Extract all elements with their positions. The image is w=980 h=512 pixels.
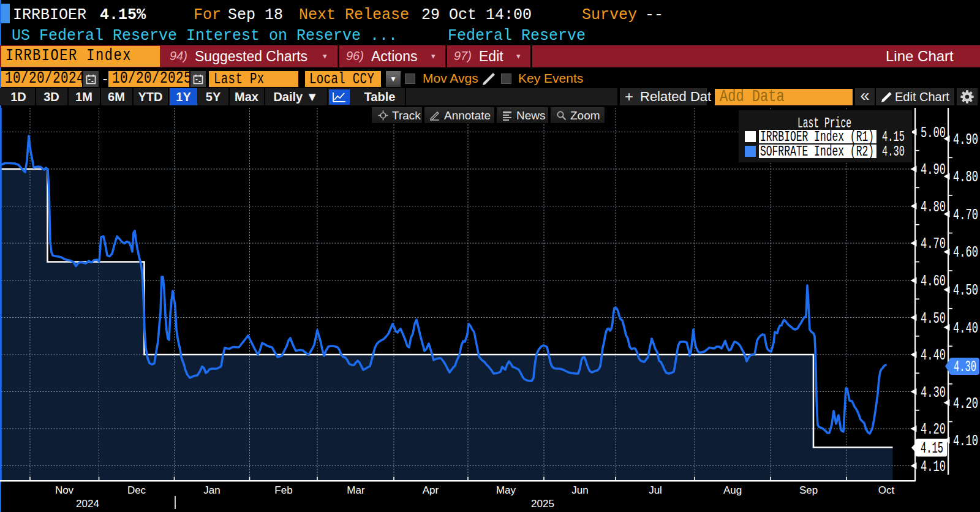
svg-text:4.80: 4.80 [921, 198, 946, 216]
svg-text:4.10: 4.10 [921, 458, 946, 475]
svg-text:Apr: Apr [423, 484, 439, 496]
svg-text:Feb: Feb [274, 484, 292, 496]
svg-text:Jul: Jul [649, 484, 662, 496]
svg-text:4.40: 4.40 [921, 347, 946, 364]
svg-text:4.30: 4.30 [954, 358, 976, 375]
svg-text:4.30: 4.30 [882, 143, 905, 160]
svg-text:4.60: 4.60 [953, 244, 978, 262]
svg-text:Oct: Oct [878, 484, 895, 496]
svg-text:4.50: 4.50 [953, 282, 978, 299]
svg-text:4.50: 4.50 [921, 310, 946, 327]
svg-text:May: May [496, 484, 516, 496]
svg-text:4.60: 4.60 [921, 273, 946, 290]
svg-text:4.90: 4.90 [953, 131, 978, 148]
svg-text:4.20: 4.20 [953, 395, 978, 412]
svg-text:Sep: Sep [799, 484, 818, 496]
svg-text:4.80: 4.80 [953, 168, 978, 186]
svg-text:Mar: Mar [347, 484, 365, 496]
svg-text:2025: 2025 [531, 498, 554, 510]
svg-text:2024: 2024 [76, 498, 99, 510]
svg-text:Dec: Dec [127, 484, 146, 496]
svg-text:Jan: Jan [203, 484, 220, 496]
svg-text:5.00: 5.00 [921, 124, 946, 141]
svg-text:4.30: 4.30 [921, 384, 946, 401]
svg-text:Nov: Nov [55, 484, 74, 496]
svg-text:4.15: 4.15 [921, 440, 943, 457]
svg-text:SOFRRATE Index (R2): SOFRRATE Index (R2) [760, 143, 874, 160]
svg-text:4.70: 4.70 [921, 235, 946, 252]
svg-text:Jun: Jun [571, 484, 588, 496]
svg-text:4.10: 4.10 [953, 432, 978, 450]
svg-text:4.70: 4.70 [953, 206, 978, 224]
svg-text:Aug: Aug [723, 484, 742, 496]
svg-text:4.40: 4.40 [953, 320, 978, 337]
svg-text:4.20: 4.20 [921, 421, 946, 438]
svg-text:4.90: 4.90 [921, 161, 946, 178]
